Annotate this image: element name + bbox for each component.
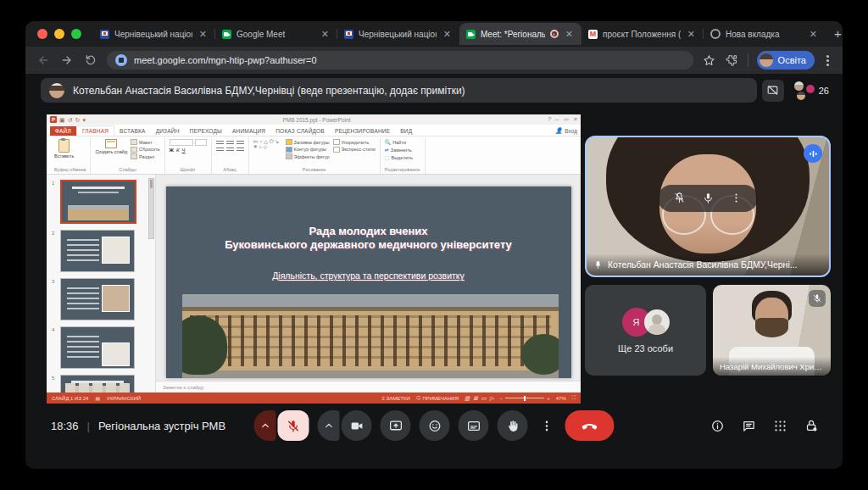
paste-button[interactable]: Вставить <box>54 139 74 159</box>
reading-view-icon[interactable]: ▭ <box>481 395 487 402</box>
language-indicator[interactable]: УКРАИНСКИЙ <box>107 396 141 401</box>
qat-dropdown-icon[interactable]: ▾ <box>82 117 86 123</box>
comments-toggle[interactable]: 🗨 ПРИМЕЧАНИЯ <box>416 396 459 401</box>
activities-grid-button[interactable] <box>773 419 787 433</box>
minimize-icon[interactable]: ─ <box>555 116 559 123</box>
more-participants-tile[interactable]: Я Ще 23 особи <box>585 285 706 376</box>
bullets-icon[interactable] <box>216 139 224 144</box>
indent-icon[interactable] <box>236 139 244 144</box>
align-center-icon[interactable] <box>226 146 234 151</box>
main-video-tile[interactable]: Котельбан Анастасія Василівна БДМУ,Черні… <box>585 136 831 277</box>
tab-university-2[interactable]: Чернівецький націона ✕ <box>337 23 459 45</box>
ppt-signin-button[interactable]: 👤 Вход <box>555 127 577 136</box>
tab-university-1[interactable]: Чернівецький націона ✕ <box>93 23 215 45</box>
slide-sorter-icon[interactable]: ⊞ <box>473 395 477 402</box>
slide-thumbnail-3[interactable] <box>60 278 135 320</box>
italic-button[interactable]: К <box>176 148 180 153</box>
reset-button[interactable]: Сбросить <box>131 147 159 153</box>
slide-thumbnail-1[interactable] <box>60 180 136 224</box>
reactions-button[interactable] <box>420 410 450 441</box>
shapes-gallery[interactable]: ▭ ○ △ ⬠ ↘ ✳ ⌂ ◇ <box>253 139 282 149</box>
shape-outline-button[interactable]: Контур фигуры <box>286 147 330 153</box>
new-slide-button[interactable]: Создать слайд <box>95 139 127 154</box>
reload-button[interactable] <box>83 53 98 68</box>
camera-toggle-button[interactable] <box>342 410 372 441</box>
video-settings-chevron[interactable] <box>318 410 340 441</box>
slideshow-icon[interactable]: ▷ <box>490 395 494 402</box>
zoom-window-button[interactable] <box>71 29 81 39</box>
new-tab-button[interactable]: + <box>826 23 843 45</box>
ppt-tab-transitions[interactable]: ПЕРЕХОДЫ <box>185 126 227 136</box>
stop-presentation-button[interactable] <box>762 80 784 102</box>
ppt-tab-design[interactable]: ДИЗАЙН <box>151 126 185 136</box>
restore-icon[interactable]: ▭ <box>563 116 568 123</box>
raise-hand-button[interactable] <box>498 410 528 441</box>
address-bar[interactable]: meet.google.com/mgn-htip-pwp?authuser=0 <box>107 51 693 70</box>
more-options-button[interactable] <box>537 410 557 441</box>
redo-icon[interactable]: ↻ <box>75 117 81 123</box>
spellcheck-icon[interactable]: ▤ <box>95 395 100 401</box>
ppt-tab-file[interactable]: ФАЙЛ <box>50 126 76 136</box>
chat-button[interactable] <box>742 419 756 433</box>
font-size-box[interactable] <box>195 139 207 146</box>
meeting-details-button[interactable] <box>710 419 725 433</box>
current-slide[interactable]: Рада молодих вчених Буковинського держав… <box>166 187 571 378</box>
tab-google-meet[interactable]: Google Meet ✕ <box>215 23 337 45</box>
arrange-button[interactable]: Упорядочить <box>333 139 376 145</box>
bookmark-star-icon[interactable] <box>702 53 716 68</box>
replace-button[interactable]: ⇄Заменить <box>385 147 413 153</box>
ppt-tab-review[interactable]: РЕЦЕНЗИРОВАНИЕ <box>330 126 395 136</box>
help-icon[interactable]: ? <box>548 116 551 123</box>
tab-close-icon[interactable]: ✕ <box>808 29 819 40</box>
find-button[interactable]: 🔍Найти <box>385 139 413 145</box>
extensions-icon[interactable] <box>725 53 739 68</box>
zoom-level[interactable]: 47% <box>556 396 566 401</box>
participants-button[interactable]: 26 <box>794 81 829 100</box>
ppt-tab-home[interactable]: ГЛАВНАЯ <box>76 125 114 136</box>
tab-close-icon[interactable]: ✕ <box>442 29 453 40</box>
mic-icon[interactable] <box>702 192 715 204</box>
ppt-tab-animations[interactable]: АНИМАЦИЯ <box>227 126 270 136</box>
notes-toggle[interactable]: ≡ ЗАМЕТКИ <box>381 396 409 401</box>
font-name-box[interactable] <box>170 139 193 146</box>
layout-button[interactable]: Макет <box>131 139 159 145</box>
host-controls-button[interactable] <box>804 419 819 433</box>
zoom-out-icon[interactable]: − <box>500 396 504 401</box>
fit-slide-icon[interactable]: ⛶ <box>572 395 576 401</box>
numbering-icon[interactable] <box>226 139 234 144</box>
tab-close-icon[interactable]: ✕ <box>564 29 575 40</box>
tab-meet-active[interactable]: Meet: *Регіональна ✕ <box>459 23 581 45</box>
captions-button[interactable] <box>459 410 489 441</box>
bold-button[interactable]: Ж <box>170 148 174 153</box>
tab-close-icon[interactable]: ✕ <box>320 29 331 40</box>
profile-button[interactable]: Освіта <box>757 51 815 70</box>
underline-button[interactable]: Ч <box>182 148 186 153</box>
tab-new-tab-page[interactable]: Нова вкладка ✕ <box>704 23 826 45</box>
zoom-in-icon[interactable]: + <box>547 396 550 401</box>
slide-thumbnail-4[interactable] <box>60 326 135 369</box>
select-button[interactable]: ⬚Выделить <box>385 154 413 160</box>
shape-effects-button[interactable]: Эффекты фигур <box>286 153 330 159</box>
present-screen-button[interactable] <box>381 410 411 441</box>
browser-menu-button[interactable] <box>823 55 832 66</box>
ppt-tab-slideshow[interactable]: ПОКАЗ СЛАЙДОВ <box>270 126 330 136</box>
close-window-button[interactable] <box>37 29 47 39</box>
back-button[interactable] <box>36 53 51 68</box>
ppt-tab-insert[interactable]: ВСТАВКА <box>114 126 151 136</box>
undo-icon[interactable]: ↺ <box>68 117 73 123</box>
notes-pane[interactable]: Заметки к слайду <box>156 381 581 393</box>
microphone-toggle-button[interactable] <box>278 410 309 441</box>
tab-gmail[interactable]: проєкт Положення (пр ✕ <box>581 23 704 45</box>
more-options-icon[interactable] <box>730 192 743 204</box>
thumbnail-scrollbar[interactable] <box>148 178 154 239</box>
forward-button[interactable] <box>59 53 75 68</box>
minimize-window-button[interactable] <box>54 29 64 39</box>
audio-settings-chevron[interactable] <box>254 410 276 441</box>
zoom-slider[interactable]: − + <box>500 396 550 401</box>
normal-view-icon[interactable]: ▥ <box>465 395 470 402</box>
unpin-icon[interactable] <box>673 192 686 204</box>
align-right-icon[interactable] <box>236 146 244 151</box>
section-button[interactable]: Раздел <box>131 153 159 159</box>
align-left-icon[interactable] <box>216 146 224 151</box>
save-icon[interactable]: ▣ <box>59 117 65 123</box>
